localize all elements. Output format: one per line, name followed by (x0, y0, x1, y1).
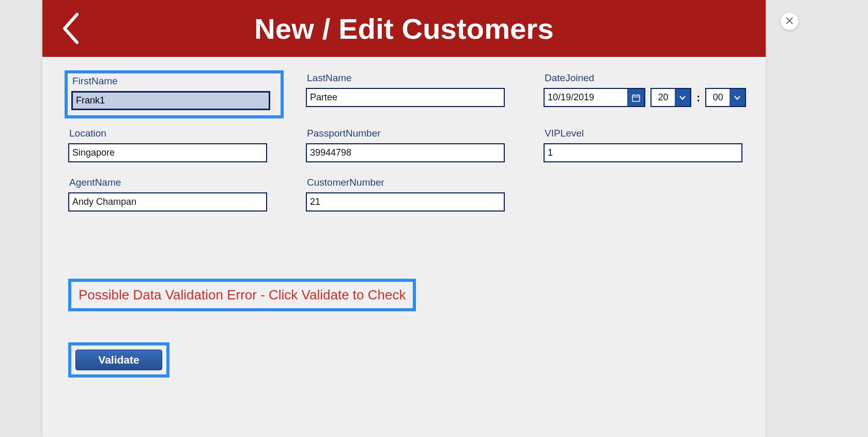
validation-banner: Possible Data Validation Error - Click V… (68, 279, 416, 311)
customernumber-input[interactable] (306, 192, 505, 212)
header-bar: New / Edit Customers (42, 0, 766, 57)
viplevel-input[interactable] (544, 143, 742, 162)
svg-line-0 (786, 18, 793, 24)
validate-highlight: Validate (68, 342, 169, 378)
viplevel-label: VIPLevel (544, 128, 755, 139)
datejoined-date-value: 10/19/2019 (545, 89, 627, 106)
close-icon (786, 16, 793, 27)
agentname-input[interactable] (68, 192, 267, 212)
hour-select[interactable]: 20 (650, 88, 691, 107)
svg-line-1 (786, 18, 793, 24)
calendar-icon (627, 89, 644, 106)
datejoined-date-picker[interactable]: 10/19/2019 (544, 88, 645, 107)
lastname-label: LastName (306, 72, 518, 84)
close-button[interactable] (781, 12, 798, 30)
minute-select[interactable]: 00 (705, 88, 746, 107)
datejoined-label: DateJoined (544, 72, 755, 84)
back-button[interactable] (58, 10, 84, 47)
chevron-left-icon (60, 12, 81, 44)
location-label: Location (68, 128, 280, 139)
customernumber-label: CustomerNumber (306, 177, 518, 188)
chevron-down-icon (675, 89, 690, 106)
page-title: New / Edit Customers (254, 12, 554, 46)
firstname-input[interactable] (71, 91, 270, 110)
validation-message: Possible Data Validation Error - Click V… (79, 287, 406, 303)
validate-button[interactable]: Validate (75, 350, 162, 370)
agentname-label: AgentName (68, 177, 280, 188)
form-card: New / Edit Customers FirstName LastName … (42, 0, 766, 437)
time-colon: : (696, 91, 700, 104)
firstname-label: FirstName (71, 76, 277, 87)
svg-rect-2 (632, 95, 640, 101)
passportnumber-input[interactable] (306, 143, 505, 162)
passportnumber-label: PassportNumber (306, 128, 518, 139)
hour-value: 20 (652, 89, 675, 106)
firstname-highlight: FirstName (65, 70, 284, 118)
minute-value: 00 (706, 89, 730, 106)
chevron-down-icon (730, 89, 745, 106)
lastname-input[interactable] (306, 88, 505, 107)
location-input[interactable] (68, 143, 267, 162)
